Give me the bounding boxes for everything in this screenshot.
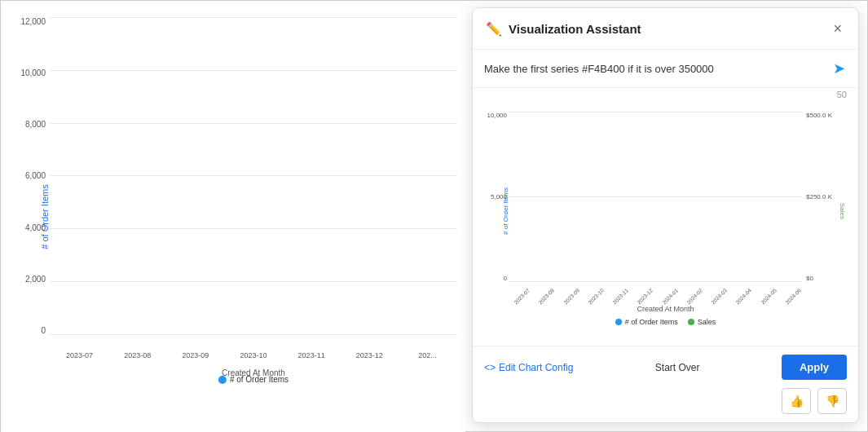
mini-x-label: 2024-04 [734, 286, 753, 306]
mini-legend-dot-blue [615, 319, 622, 325]
legend-label-blue: # of Order Items [230, 375, 289, 384]
mini-legend-label-green: Sales [698, 318, 716, 326]
mini-legend-dot-green [688, 319, 694, 325]
thumbs-down-button[interactable]: 👎 [817, 388, 847, 414]
mini-chart-container: # of Order Items Sales 10,000 5,000 0 $5… [473, 101, 858, 346]
panel-actions-row: <> Edit Chart Config Start Over Apply [484, 355, 847, 380]
apply-button[interactable]: Apply [782, 355, 847, 380]
prompt-input[interactable] [484, 63, 825, 75]
x-label: 202... [402, 351, 453, 359]
bars-area [50, 17, 457, 335]
wand-icon: ✏️ [486, 21, 502, 37]
feedback-row: 👍 👎 [484, 388, 847, 414]
send-icon: ➤ [833, 60, 845, 77]
x-label: 2023-08 [112, 351, 163, 359]
x-label: 2023-09 [170, 351, 221, 359]
mini-x-label: 2023-07 [512, 286, 531, 306]
panel-title-area: ✏️ Visualization Assistant [486, 21, 641, 37]
panel-title: Visualization Assistant [509, 22, 641, 36]
input-row: ➤ [473, 50, 858, 88]
mini-x-label: 2023-12 [635, 286, 654, 306]
x-label: 2023-12 [344, 351, 395, 359]
code-icon: <> [484, 362, 496, 373]
legend-dot-blue [218, 376, 227, 384]
panel-header: ✏️ Visualization Assistant × [473, 8, 858, 50]
mini-x-label: 2024-06 [783, 286, 803, 306]
thumbs-up-icon: 👍 [790, 395, 804, 408]
edit-config-label: Edit Chart Config [499, 362, 573, 373]
mini-x-label: 2024-05 [758, 286, 778, 306]
visualization-assistant-panel: ✏️ Visualization Assistant × ➤ 50 # of O… [472, 7, 859, 423]
thumbs-down-icon: 👎 [826, 395, 839, 408]
mini-legend-item-green: Sales [688, 318, 716, 326]
mini-x-labels: 2023-072023-082023-092023-102023-112023-… [509, 294, 802, 300]
mini-legend-label-blue: # of Order Items [625, 318, 678, 326]
panel-footer: <> Edit Chart Config Start Over Apply 👍 … [473, 346, 858, 422]
y-axis-labels: 12,000 10,000 8,000 6,000 4,000 2,000 0 [13, 17, 46, 335]
mini-x-label: 2024-03 [709, 286, 729, 306]
mini-x-label: 2024-02 [685, 286, 704, 306]
send-button[interactable]: ➤ [831, 58, 847, 79]
legend-area: # of Order Items [218, 375, 289, 384]
x-label: 2023-10 [227, 351, 279, 359]
x-labels: 2023-072023-082023-092023-102023-112023-… [50, 351, 457, 359]
mini-legend: # of Order Items Sales [484, 318, 847, 326]
mini-x-label: 2023-11 [610, 286, 630, 306]
chart-area: 12,000 10,000 8,000 6,000 4,000 2,000 0 … [50, 17, 457, 384]
x-label: 2023-11 [286, 351, 337, 359]
mini-y-right-labels: $500.0 K $250.0 K $0 [806, 112, 847, 282]
thumbs-up-button[interactable]: 👍 [782, 388, 811, 414]
close-button[interactable]: × [830, 20, 845, 37]
token-count: 50 [473, 88, 858, 101]
mini-y-left-labels: 10,000 5,000 0 [484, 112, 507, 282]
mini-x-title: Created At Month [637, 305, 694, 313]
mini-bars-area [509, 112, 802, 282]
mini-x-label: 2023-08 [536, 286, 556, 306]
edit-chart-config-button[interactable]: <> Edit Chart Config [484, 362, 573, 373]
mini-x-label: 2023-10 [586, 286, 606, 306]
mini-chart-wrap: # of Order Items Sales 10,000 5,000 0 $5… [484, 108, 847, 315]
left-chart-area: # of Order Items 12,000 10,000 8,000 6,0… [1, 1, 465, 432]
mini-x-label: 2024-01 [659, 286, 679, 306]
legend-item-blue: # of Order Items [218, 375, 289, 384]
mini-legend-item-blue: # of Order Items [615, 318, 678, 326]
start-over-button[interactable]: Start Over [655, 362, 700, 373]
x-label: 2023-07 [54, 351, 105, 359]
mini-x-label: 2023-09 [561, 286, 580, 306]
main-container: # of Order Items 12,000 10,000 8,000 6,0… [0, 0, 868, 432]
